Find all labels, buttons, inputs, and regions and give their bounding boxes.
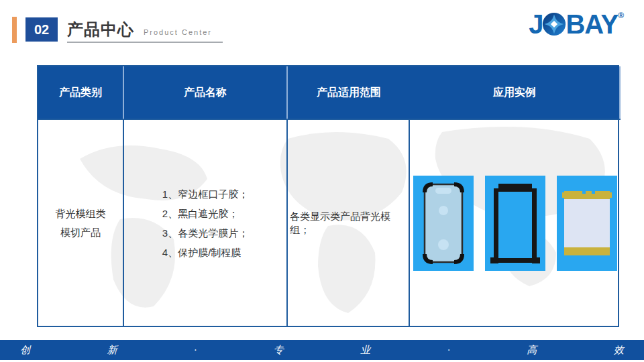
product-name-item: 1、窄边框口子胶； bbox=[162, 184, 248, 204]
registered-trademark-icon: ® bbox=[618, 11, 624, 20]
jobay-logo: J BAY ® bbox=[529, 9, 624, 39]
section-number-box: 02 bbox=[25, 17, 58, 42]
footer-separator-dot: · bbox=[447, 345, 450, 356]
category-line-2: 模切产品 bbox=[60, 223, 101, 242]
footer-char: 新 bbox=[107, 344, 117, 357]
slide: 02 产品中心 Product Center J BAY ® bbox=[0, 0, 644, 362]
category-line-1: 背光模组类 bbox=[56, 204, 106, 223]
scope-text: 各类显示类产品背光模组； bbox=[288, 210, 409, 237]
black-frame-adhesive-image bbox=[485, 176, 545, 271]
cell-application-examples bbox=[410, 119, 621, 326]
section-number: 02 bbox=[34, 22, 49, 38]
title-underline bbox=[67, 42, 223, 43]
footer-char: 效 bbox=[614, 344, 624, 357]
footer-char: 高 bbox=[527, 344, 537, 357]
footer-separator-dot: · bbox=[194, 345, 197, 356]
col-header-name: 产品名称 bbox=[124, 66, 288, 119]
page-title: 产品中心 bbox=[67, 19, 134, 40]
footer-char: 创 bbox=[20, 344, 30, 357]
logo-letter-j: J bbox=[529, 9, 543, 39]
title-group: 产品中心 Product Center bbox=[67, 19, 212, 40]
accent-bar bbox=[12, 17, 17, 43]
page-subtitle: Product Center bbox=[144, 28, 212, 36]
cell-product-names: 1、窄边框口子胶； 2、黑白遮光胶； 3、各类光学膜片； 4、保护膜/制程膜 bbox=[124, 119, 288, 326]
product-name-item: 4、保护膜/制程膜 bbox=[162, 243, 248, 262]
product-name-item: 3、各类光学膜片； bbox=[162, 223, 248, 243]
product-name-item: 2、黑白遮光胶； bbox=[162, 204, 248, 223]
footer-char: 业 bbox=[360, 344, 370, 357]
logo-letters-bay: BAY bbox=[566, 9, 618, 39]
cell-category: 背光模组类 模切产品 bbox=[38, 119, 124, 326]
product-name-list: 1、窄边框口子胶； 2、黑白遮光胶； 3、各类光学膜片； 4、保护膜/制程膜 bbox=[162, 184, 248, 262]
col-header-scope: 产品适用范围 bbox=[288, 66, 410, 119]
col-header-examples: 应用实例 bbox=[410, 66, 621, 119]
product-table: 产品类别 产品名称 产品适用范围 应用实例 背光模组类 模切产品 1、窄边框口子… bbox=[37, 65, 619, 327]
cell-scope: 各类显示类产品背光模组； bbox=[288, 119, 410, 326]
phone-frame-seal-adhesive-image bbox=[413, 176, 474, 271]
footer-slogan-bar: 创 新 · 专 业 · 高 效 bbox=[0, 340, 644, 360]
footer-char: 专 bbox=[274, 344, 284, 357]
four-point-star-circle-emblem-icon bbox=[542, 12, 566, 39]
col-header-category: 产品类别 bbox=[38, 66, 124, 119]
optical-film-gold-strips-image bbox=[557, 176, 617, 271]
